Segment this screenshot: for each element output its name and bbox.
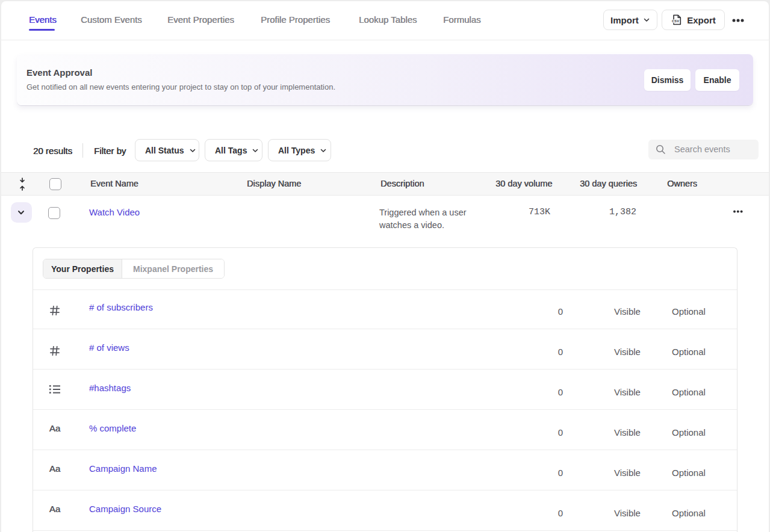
svg-text:CSV: CSV (672, 19, 679, 23)
